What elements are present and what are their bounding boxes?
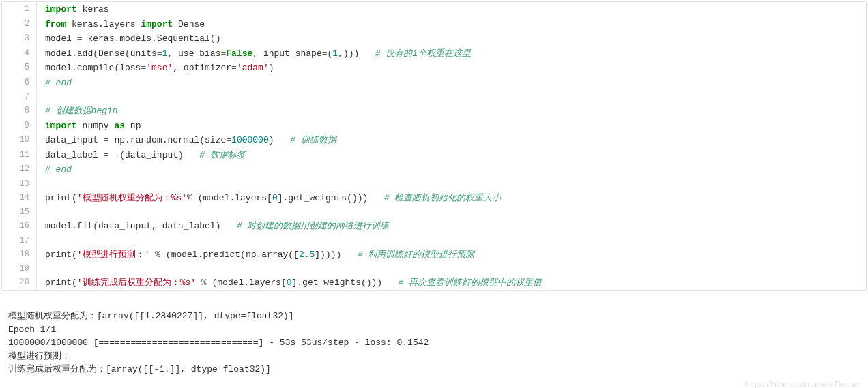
code-row: 6# end <box>2 76 866 91</box>
output-line-epoch: Epoch 1/1 <box>8 325 56 335</box>
line-number: 3 <box>2 31 37 46</box>
line-number: 19 <box>2 262 37 275</box>
code-token: # 对创建的数据用创建的网络进行训练 <box>237 221 390 231</box>
code-block: 1import keras2from keras.layers import D… <box>1 1 867 291</box>
code-row: 15 <box>2 205 866 219</box>
code-token: data_label <box>45 150 104 160</box>
code-token: # 数据标签 <box>199 150 246 160</box>
code-token: # 仅有的1个权重在这里 <box>375 48 471 59</box>
line-number: 13 <box>2 177 37 191</box>
line-number: 15 <box>2 205 37 219</box>
code-token: ( <box>72 250 77 260</box>
code-token: = <box>104 150 109 160</box>
watermark: https://blog.csdn.net/orDream <box>744 378 861 389</box>
code-token: , optimizer <box>173 63 231 73</box>
code-row: 16model.fit(data_input, data_label) # 对创… <box>2 219 866 234</box>
code-row: 10data_input = np.random.normal(size=100… <box>2 133 866 148</box>
code-body: 1import keras2from keras.layers import D… <box>2 2 866 290</box>
code-line[interactable]: model.fit(data_input, data_label) # 对创建的… <box>37 219 867 234</box>
code-token: 1 <box>332 48 338 59</box>
code-line[interactable]: data_label = -(data_input) # 数据标签 <box>37 148 867 163</box>
code-token: 0 <box>287 278 292 288</box>
code-token: 0 <box>272 193 278 203</box>
output-line-weights-random: 模型随机权重分配为：[array([[1.2840227]], dtype=fl… <box>8 311 294 321</box>
code-token: ( <box>72 278 77 288</box>
code-token: data_input <box>45 135 104 145</box>
line-number: 8 <box>2 104 37 119</box>
code-token: import <box>141 19 173 29</box>
code-row: 7 <box>2 90 866 104</box>
code-token: 2.5 <box>299 250 315 260</box>
code-token: # 利用训练好的模型进行预测 <box>358 250 475 260</box>
code-token: % <box>187 193 192 203</box>
code-token: 1000000 <box>231 135 269 145</box>
code-row: 18print('模型进行预测：' % (model.predict(np.ar… <box>2 248 866 263</box>
code-row: 12# end <box>2 162 866 177</box>
code-token: # 训练数据 <box>290 135 336 145</box>
code-token: keras <box>77 4 109 14</box>
output-line-progress: 1000000/1000000 [=======================… <box>8 338 429 348</box>
line-number: 5 <box>2 61 37 76</box>
code-token: model.fit(data_input, data_label) <box>45 221 237 231</box>
code-row: 1import keras <box>2 2 866 17</box>
code-token: import <box>45 4 77 14</box>
code-line[interactable] <box>37 234 867 248</box>
code-token: from <box>45 19 66 29</box>
code-token: = <box>231 63 237 73</box>
code-token: print <box>45 278 72 288</box>
code-line[interactable]: # end <box>37 76 867 91</box>
line-number: 4 <box>2 46 37 61</box>
code-token: % <box>155 250 160 260</box>
code-token: '模型进行预测：' <box>77 250 150 260</box>
code-line[interactable]: # end <box>37 162 867 177</box>
code-row: 17 <box>2 234 866 248</box>
code-line[interactable] <box>37 262 867 275</box>
line-number: 17 <box>2 234 37 248</box>
code-token: False <box>226 48 252 59</box>
code-token: model.compile(loss <box>45 63 141 73</box>
code-token: numpy <box>77 121 115 131</box>
code-line[interactable]: data_input = np.random.normal(size=10000… <box>37 133 867 148</box>
line-number: 10 <box>2 133 37 148</box>
code-token: (model.layers[ <box>192 193 272 203</box>
code-row: 14print('模型随机权重分配为：%s'% (model.layers[0]… <box>2 191 866 206</box>
code-token: as <box>114 121 125 131</box>
code-line[interactable]: print('模型进行预测：' % (model.predict(np.arra… <box>37 248 867 263</box>
code-token: np.random.normal(size <box>109 135 227 145</box>
line-number: 14 <box>2 191 37 206</box>
code-token: # 再次查看训练好的模型中的权重值 <box>399 278 542 288</box>
code-line[interactable]: from keras.layers import Dense <box>37 17 867 32</box>
code-line[interactable] <box>37 205 867 219</box>
code-token: '训练完成后权重分配为：%s' <box>77 278 196 288</box>
line-number: 9 <box>2 119 37 134</box>
code-line[interactable]: model = keras.models.Sequential() <box>37 31 867 46</box>
code-token: np <box>125 121 141 131</box>
code-row: 3model = keras.models.Sequential() <box>2 31 866 46</box>
code-token: , input_shape <box>252 48 321 59</box>
code-line[interactable]: import numpy as np <box>37 119 867 134</box>
code-line[interactable]: print('训练完成后权重分配为：%s' % (model.layers[0]… <box>37 275 867 290</box>
output-line-predict: 模型进行预测： <box>8 351 70 361</box>
code-row: 2from keras.layers import Dense <box>2 17 866 32</box>
code-line[interactable]: print('模型随机权重分配为：%s'% (model.layers[0].g… <box>37 191 867 206</box>
code-line[interactable] <box>37 177 867 191</box>
code-line[interactable]: import keras <box>37 2 867 17</box>
code-token: Dense <box>173 19 205 29</box>
code-row: 8# 创建数据begin <box>2 104 866 119</box>
code-line[interactable]: model.add(Dense(units=1, use_bias=False,… <box>37 46 867 61</box>
code-line[interactable]: # 创建数据begin <box>37 104 867 119</box>
code-token: ].get_weights())) <box>278 193 384 203</box>
code-token: # 检查随机初始化的权重大小 <box>384 193 502 203</box>
line-number: 2 <box>2 17 37 32</box>
code-line[interactable]: model.compile(loss='mse', optimizer='ada… <box>37 61 867 76</box>
code-token: ])))) <box>315 250 357 260</box>
code-row: 5model.compile(loss='mse', optimizer='ad… <box>2 61 866 76</box>
code-row: 19 <box>2 262 866 275</box>
code-table: 1import keras2from keras.layers import D… <box>2 2 866 290</box>
code-token: (model.layers[ <box>207 278 287 288</box>
code-token: import <box>45 121 77 131</box>
code-token: 'adam' <box>237 63 269 73</box>
code-token: % <box>201 278 207 288</box>
line-number: 18 <box>2 248 37 263</box>
code-line[interactable] <box>37 90 867 104</box>
